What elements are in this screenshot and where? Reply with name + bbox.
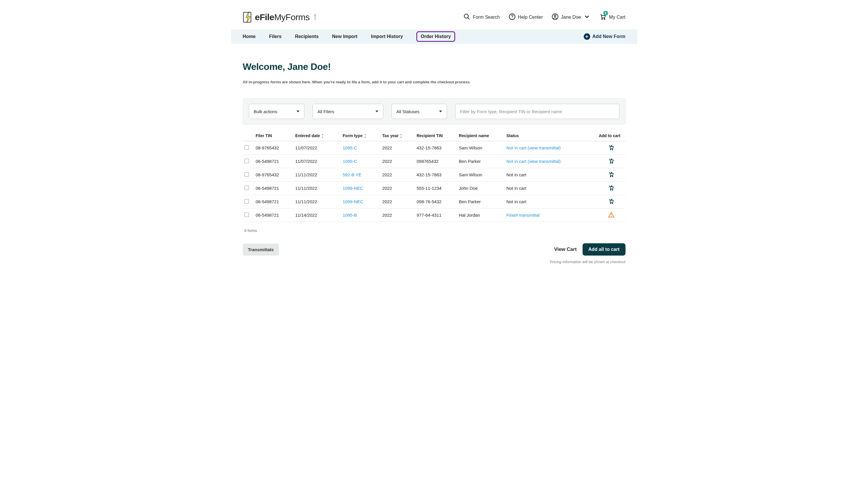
filter-bar: Bulk actions All Filers All Statuses Fil… bbox=[243, 98, 625, 125]
col-entered-date[interactable]: Entered date bbox=[293, 131, 341, 141]
table-row: 06-5498721 11/11/2022 1099-NEC 2022 555-… bbox=[243, 181, 625, 195]
cell-filer-tin: 06-5498721 bbox=[254, 195, 294, 209]
add-to-cart-icon[interactable] bbox=[608, 187, 614, 192]
user-menu[interactable]: Jane Doe bbox=[552, 13, 591, 21]
cell-entered-date: 11/11/2022 bbox=[293, 181, 341, 195]
view-cart-button[interactable]: View Cart bbox=[554, 246, 577, 252]
row-checkbox[interactable] bbox=[245, 213, 249, 217]
form-type-link[interactable]: 1095-B bbox=[343, 213, 357, 218]
nav-new-import[interactable]: New Import bbox=[332, 32, 358, 41]
form-type-link[interactable]: 1099-NEC bbox=[343, 186, 363, 191]
svg-point-13 bbox=[610, 163, 611, 164]
cell-entered-date: 11/14/2022 bbox=[293, 209, 341, 222]
caret-down-icon bbox=[297, 110, 299, 112]
form-search-label: Form Search bbox=[473, 15, 500, 20]
bulk-actions-select[interactable]: Bulk actions bbox=[249, 104, 304, 119]
pricing-note: Pricing information will be shown at che… bbox=[243, 260, 625, 264]
table-row: 08-9765432 11/11/2022 592-B YE 2022 432-… bbox=[243, 168, 625, 181]
nav-home[interactable]: Home bbox=[243, 32, 256, 41]
add-to-cart-icon[interactable] bbox=[608, 200, 614, 205]
nav-items: Home Filers Recipients New Import Import… bbox=[243, 31, 584, 42]
svg-point-9 bbox=[610, 149, 611, 150]
help-center-link[interactable]: Help Center bbox=[509, 13, 543, 21]
filter-search-input[interactable]: Filter by Form type, Recipient TIN or Re… bbox=[455, 104, 619, 119]
nav-filers[interactable]: Filers bbox=[269, 32, 282, 41]
cart-badge: 0 bbox=[603, 11, 608, 16]
cell-tax-year: 2022 bbox=[381, 155, 415, 168]
svg-point-21 bbox=[610, 190, 611, 190]
col-form-type[interactable]: Form type bbox=[341, 131, 381, 141]
cell-entered-date: 11/11/2022 bbox=[293, 195, 341, 209]
cell-tax-year: 2022 bbox=[381, 141, 415, 155]
sort-icon bbox=[321, 134, 324, 138]
search-icon bbox=[463, 13, 471, 21]
row-checkbox[interactable] bbox=[245, 186, 249, 190]
cell-recipient-name: Ben Parker bbox=[457, 195, 505, 209]
nav-order-history[interactable]: Order History bbox=[416, 31, 455, 42]
chevron-down-icon bbox=[584, 13, 591, 21]
cell-recipient-tin: 098-76-5432 bbox=[415, 195, 457, 209]
logo[interactable]: eFileMyForms .com bbox=[243, 11, 318, 23]
cell-entered-date: 11/11/2022 bbox=[293, 168, 341, 181]
svg-point-26 bbox=[612, 203, 613, 204]
cell-status: Not in cart bbox=[506, 172, 526, 177]
row-checkbox[interactable] bbox=[245, 172, 249, 177]
cell-status[interactable]: Not in cart (view transmittal) bbox=[506, 145, 561, 150]
col-recipient-tin: Recipient TIN bbox=[415, 131, 457, 141]
row-checkbox[interactable] bbox=[245, 145, 249, 150]
form-type-link[interactable]: 1095-C bbox=[343, 145, 357, 150]
row-checkbox[interactable] bbox=[245, 199, 249, 203]
form-type-link[interactable]: 1099-NEC bbox=[343, 199, 363, 204]
transmittals-button[interactable]: Transmittals bbox=[243, 243, 279, 256]
cell-tax-year: 2022 bbox=[381, 181, 415, 195]
table-row: 06-5498721 11/07/2022 1095-C 2022 098765… bbox=[243, 155, 625, 168]
cell-filer-tin: 06-5498721 bbox=[254, 155, 294, 168]
form-search-link[interactable]: Form Search bbox=[463, 13, 500, 21]
cell-status[interactable]: Not in cart (view transmittal) bbox=[506, 159, 561, 164]
sort-icon bbox=[364, 134, 367, 138]
row-checkbox[interactable] bbox=[245, 159, 249, 163]
add-new-form-button[interactable]: + Add New Form bbox=[584, 33, 625, 40]
bulk-actions-label: Bulk actions bbox=[254, 109, 277, 114]
cell-recipient-name: Ben Parker bbox=[457, 155, 505, 168]
add-all-to-cart-button[interactable]: Add all to cart bbox=[583, 243, 625, 256]
add-new-form-label: Add New Form bbox=[593, 34, 625, 39]
filers-select[interactable]: All Filers bbox=[313, 104, 383, 119]
cell-recipient-tin: 432-15-7863 bbox=[415, 141, 457, 155]
form-type-link[interactable]: 1095-C bbox=[343, 159, 357, 164]
forms-table: Filer TIN Entered date Form type Tax yea… bbox=[243, 131, 625, 222]
user-icon bbox=[552, 13, 558, 21]
cell-entered-date: 11/07/2022 bbox=[293, 155, 341, 168]
cell-recipient-name: Sam Wilson bbox=[457, 141, 505, 155]
cell-status[interactable]: Finish transmittal bbox=[506, 213, 539, 218]
svg-line-2 bbox=[468, 18, 470, 19]
svg-point-18 bbox=[612, 176, 613, 177]
cell-recipient-tin: 977-64-4311 bbox=[415, 209, 457, 222]
navbar: Home Filers Recipients New Import Import… bbox=[231, 29, 637, 44]
col-add-to-cart: Add to cart bbox=[597, 131, 625, 141]
cell-recipient-name: Hal Jordan bbox=[457, 209, 505, 222]
table-row: 06-5498721 11/11/2022 1099-NEC 2022 098-… bbox=[243, 195, 625, 209]
cell-entered-date: 11/07/2022 bbox=[293, 141, 341, 155]
add-to-cart-icon[interactable] bbox=[608, 147, 614, 151]
nav-recipients[interactable]: Recipients bbox=[295, 32, 319, 41]
warning-icon bbox=[608, 214, 614, 219]
plus-circle-icon: + bbox=[584, 33, 590, 40]
col-tax-year[interactable]: Tax year bbox=[381, 131, 415, 141]
logo-com-text: .com bbox=[314, 14, 316, 21]
cell-tax-year: 2022 bbox=[381, 195, 415, 209]
cell-status: Not in cart bbox=[506, 186, 526, 191]
my-cart-link[interactable]: 0 My Cart bbox=[599, 13, 625, 21]
cell-filer-tin: 06-5498721 bbox=[254, 209, 294, 222]
nav-import-history[interactable]: Import History bbox=[371, 32, 403, 41]
statuses-select[interactable]: All Statuses bbox=[391, 104, 447, 119]
cell-recipient-tin: 432-15-7863 bbox=[415, 168, 457, 181]
caret-down-icon bbox=[375, 110, 378, 112]
logo-icon bbox=[243, 11, 253, 23]
add-to-cart-icon[interactable] bbox=[608, 173, 614, 178]
cell-recipient-name: John Doe bbox=[457, 181, 505, 195]
form-type-link[interactable]: 592-B YE bbox=[343, 172, 361, 177]
cell-filer-tin: 08-9765432 bbox=[254, 168, 294, 181]
add-to-cart-icon[interactable] bbox=[608, 160, 614, 165]
cell-tax-year: 2022 bbox=[381, 209, 415, 222]
